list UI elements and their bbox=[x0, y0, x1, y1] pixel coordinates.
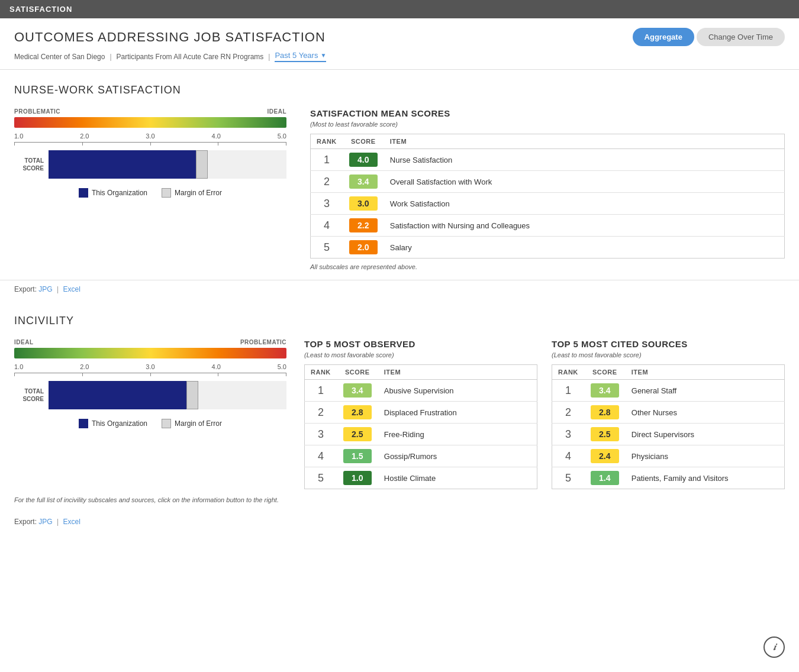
axis-2: 2.0 bbox=[80, 133, 89, 140]
score-cell: 1.0 bbox=[337, 467, 378, 489]
cited-sources-header-row: RANK SCORE ITEM bbox=[552, 365, 785, 380]
incivility-chart-area: IDEAL PROBLEMATIC 1.0 2.0 3.0 4.0 5.0 TO… bbox=[14, 339, 286, 489]
chart-label: TOTALSCORE bbox=[14, 157, 44, 172]
nurse-work-chart-area: PROBLEMATIC IDEAL 1.0 2.0 3.0 4.0 5.0 TO… bbox=[14, 108, 286, 270]
inc-axis-1: 1.0 bbox=[14, 363, 23, 370]
bar-container bbox=[49, 150, 286, 179]
table-row: 3 3.0 Work Satisfaction bbox=[311, 193, 785, 215]
score-badge: 1.4 bbox=[591, 471, 619, 485]
incivility-legend: This Organization Margin of Error bbox=[14, 419, 286, 428]
incivility-export-jpg-link[interactable]: JPG bbox=[38, 518, 52, 526]
rank-cell: 4 bbox=[311, 215, 343, 237]
incivility-export-excel-link[interactable]: Excel bbox=[63, 518, 80, 526]
incivility-gradient-labels: IDEAL PROBLEMATIC bbox=[14, 339, 286, 345]
cited-sources-title: TOP 5 MOST CITED SOURCES bbox=[552, 339, 785, 349]
item-cell: Satisfaction with Nursing and Colleagues bbox=[384, 215, 785, 237]
table-row: 1 4.0 Nurse Satisfaction bbox=[311, 149, 785, 171]
export-jpg-link[interactable]: JPG bbox=[38, 285, 52, 293]
item-cell: Free-Riding bbox=[378, 424, 537, 445]
score-cell: 2.5 bbox=[337, 424, 378, 445]
item-cell: Physicians bbox=[626, 445, 785, 467]
incivility-bar-container bbox=[49, 381, 286, 409]
cs-col-item: ITEM bbox=[626, 365, 785, 380]
score-badge: 3.4 bbox=[343, 383, 372, 398]
score-cell: 1.5 bbox=[337, 445, 378, 467]
pipe: | bbox=[57, 285, 59, 293]
participants-label: Participants From All Acute Care RN Prog… bbox=[117, 53, 264, 61]
axis-4: 4.0 bbox=[212, 133, 221, 140]
rank-cell: 3 bbox=[305, 424, 337, 445]
rank-cell: 2 bbox=[552, 402, 584, 424]
score-cell: 2.5 bbox=[584, 424, 626, 445]
rank-cell: 3 bbox=[552, 424, 584, 445]
legend-org-item: This Organization bbox=[79, 188, 147, 198]
item-cell: Other Nurses bbox=[626, 402, 785, 424]
score-badge: 3.4 bbox=[591, 383, 619, 398]
incivility-gradient-left: IDEAL bbox=[14, 339, 34, 345]
incivility-total-score-row: TOTALSCORE bbox=[14, 381, 286, 409]
inc-axis-4: 4.0 bbox=[212, 363, 221, 370]
axis-labels: 1.0 2.0 3.0 4.0 5.0 bbox=[14, 133, 286, 140]
score-cell: 2.0 bbox=[343, 237, 384, 259]
most-observed-title: TOP 5 MOST OBSERVED bbox=[304, 339, 537, 349]
cited-sources-block: TOP 5 MOST CITED SOURCES (Least to most … bbox=[552, 339, 785, 489]
top-bar-label: SATISFACTION bbox=[9, 5, 72, 14]
header-top: OUTCOMES ADDRESSING JOB SATISFACTION Agg… bbox=[14, 28, 785, 46]
table-row: 2 3.4 Overall Satisfaction with Work bbox=[311, 171, 785, 193]
table-row: 2 2.8 Other Nurses bbox=[552, 402, 785, 424]
incivility-org-legend-icon bbox=[79, 419, 88, 428]
separator2: | bbox=[268, 53, 270, 61]
export-label: Export: bbox=[14, 285, 37, 293]
rank-cell: 5 bbox=[305, 467, 337, 489]
header-buttons: Aggregate Change Over Time bbox=[633, 28, 785, 46]
org-bar bbox=[49, 150, 196, 179]
table-note: All subscales are represented above. bbox=[310, 263, 785, 270]
score-cell: 2.8 bbox=[337, 402, 378, 424]
col-score: SCORE bbox=[343, 134, 384, 149]
most-observed-subtitle: (Least to most favorable score) bbox=[304, 351, 537, 358]
score-cell: 3.4 bbox=[343, 171, 384, 193]
rank-cell: 1 bbox=[552, 380, 584, 402]
table-row: 4 1.5 Gossip/Rumors bbox=[305, 445, 537, 467]
item-cell: General Staff bbox=[626, 380, 785, 402]
header-section: OUTCOMES ADDRESSING JOB SATISFACTION Agg… bbox=[0, 18, 799, 70]
item-cell: Nurse Satisfaction bbox=[384, 149, 785, 171]
aggregate-button[interactable]: Aggregate bbox=[633, 28, 694, 46]
cited-sources-subtitle: (Least to most favorable score) bbox=[552, 351, 785, 358]
legend-error-label: Margin of Error bbox=[175, 189, 222, 197]
incivility-legend-error-item: Margin of Error bbox=[162, 419, 222, 428]
score-badge: 2.0 bbox=[349, 240, 378, 254]
rank-cell: 5 bbox=[311, 237, 343, 259]
score-badge: 3.4 bbox=[349, 175, 378, 189]
incivility-table-note: For the full list of incivility subscale… bbox=[14, 496, 488, 503]
table-row: 1 3.4 Abusive Supervision bbox=[305, 380, 537, 402]
incivility-error-legend-icon bbox=[162, 419, 171, 428]
change-over-time-button[interactable]: Change Over Time bbox=[697, 28, 785, 46]
table-row: 3 2.5 Direct Supervisors bbox=[552, 424, 785, 445]
time-filter-label: Past 5 Years bbox=[275, 51, 318, 60]
item-cell: Overall Satisfaction with Work bbox=[384, 171, 785, 193]
item-cell: Patients, Family and Visitors bbox=[626, 467, 785, 489]
nurse-work-title: NURSE-WORK SATISFACTION bbox=[14, 84, 785, 96]
table-row: 2 2.8 Displaced Frustration bbox=[305, 402, 537, 424]
table-row: 5 1.4 Patients, Family and Visitors bbox=[552, 467, 785, 489]
legend-error-item: Margin of Error bbox=[162, 188, 222, 198]
item-cell: Abusive Supervision bbox=[378, 380, 537, 402]
table-header-row: RANK SCORE ITEM bbox=[311, 134, 785, 149]
axis-3: 3.0 bbox=[146, 133, 154, 140]
scores-table-subtitle: (Most to least favorable score) bbox=[310, 121, 785, 128]
score-badge: 2.4 bbox=[591, 449, 619, 463]
cs-col-score: SCORE bbox=[584, 365, 626, 380]
axis-5: 5.0 bbox=[278, 133, 286, 140]
top-bar: SATISFACTION bbox=[0, 0, 799, 18]
score-badge: 1.5 bbox=[343, 449, 372, 463]
export-excel-link[interactable]: Excel bbox=[63, 285, 80, 293]
nurse-work-export-row: Export: JPG | Excel bbox=[0, 280, 799, 301]
org-name: Medical Center of San Diego bbox=[14, 53, 105, 61]
mo-col-rank: RANK bbox=[305, 365, 337, 380]
table-row: 5 1.0 Hostile Climate bbox=[305, 467, 537, 489]
time-filter-dropdown[interactable]: Past 5 Years ▼ bbox=[275, 51, 326, 62]
rank-cell: 2 bbox=[305, 402, 337, 424]
mo-col-score: SCORE bbox=[337, 365, 378, 380]
error-bar bbox=[196, 150, 208, 179]
